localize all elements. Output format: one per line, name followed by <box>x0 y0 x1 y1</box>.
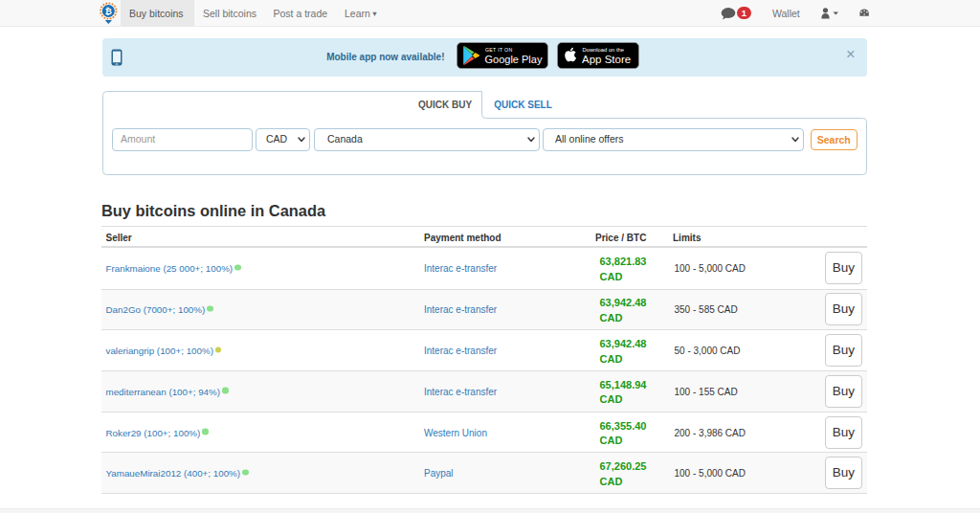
svg-text:GET IT ON: GET IT ON <box>485 47 512 53</box>
svg-text:Google Play: Google Play <box>485 54 543 65</box>
svg-text:₿: ₿ <box>105 6 112 15</box>
svg-text:App Store: App Store <box>582 54 631 65</box>
svg-text:Download on the: Download on the <box>582 47 624 53</box>
